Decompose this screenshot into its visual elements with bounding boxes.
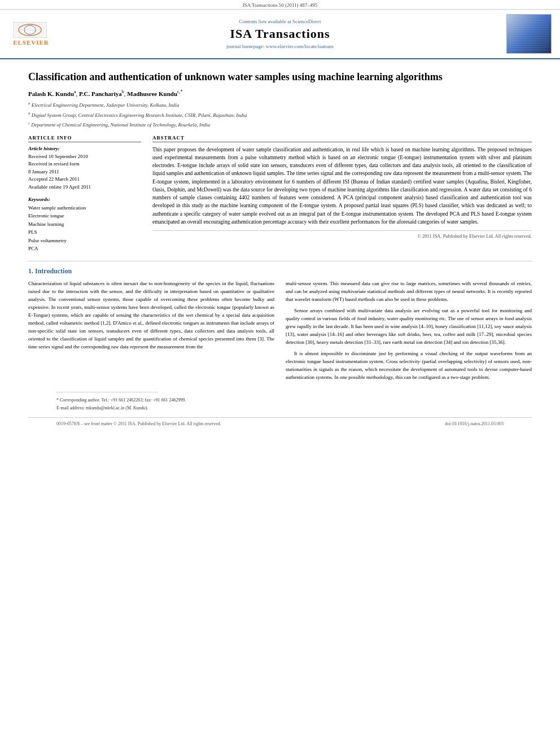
footnote-2: E-mail address: mkundu@nitrkl.ac.in (M. … [56,405,504,412]
journal-homepage-line: journal homepage: www.elsevier.com/locat… [226,43,334,49]
affiliations: a Electrical Engineering Department, Jad… [28,101,532,129]
intro-right-col: multi-sensor system. This measured data … [286,280,532,385]
journal-citation: ISA Transactions 50 (2011) 487–495 [243,2,318,8]
footnotes: * Corresponding author. Tel.: +91 661 24… [28,385,532,412]
author-2: P.C. Panchariya [79,90,122,97]
intro-right-p1: multi-sensor system. This measured data … [286,280,532,304]
journal-header: ELSEVIER Contents lists available at Sci… [0,10,560,59]
article-history-section: Article history: Received 10 September 2… [28,146,141,191]
affiliation-c: c Department of Chemical Engineering, Na… [28,120,532,129]
intro-left-col: Characterization of liquid substances is… [28,280,274,385]
footnote-divider [56,392,158,392]
intro-left-p1: Characterization of liquid substances is… [28,280,274,351]
intro-right-p2: Sensor arrays combined with multivariate… [286,307,532,347]
keyword-6: PCA [28,244,141,252]
authors-line: Palash K. Kundua, P.C. Panchariyab, Madh… [28,89,532,97]
author-1: Palash K. Kundu [28,90,74,97]
abstract-header: ABSTRACT [152,135,532,142]
keyword-list: Water sample authentication Electronic t… [28,204,141,252]
journal-title: ISA Transactions [230,27,330,41]
journal-header-left: ELSEVIER [6,14,56,54]
author-3: Madhusree Kundu [127,90,177,97]
journal-thumbnail [506,14,552,54]
abstract-col: ABSTRACT This paper proposes the develop… [152,135,532,253]
keyword-4: PLS [28,228,141,236]
keywords-label: Keywords: [28,196,141,202]
article-content: Classification and authentication of unk… [0,59,560,435]
introduction-section: 1. Introduction Characterization of liqu… [28,261,532,385]
affiliation-b: b Digital System Group, Central Electron… [28,111,532,120]
keyword-2: Electronic tongue [28,212,141,220]
introduction-body: Characterization of liquid substances is… [28,280,532,385]
history-received: Received 10 September 2010 [28,153,141,161]
journal-header-center: Contents lists available at ScienceDirec… [62,14,498,54]
history-revised-date: 8 January 2011 [28,168,141,176]
history-revised-label: Received in revised form [28,160,141,168]
article-info-abstract-section: ARTICLE INFO Article history: Received 1… [28,135,532,253]
journal-header-right [504,14,554,54]
history-online: Available online 19 April 2011 [28,184,141,191]
footer-doi: doi:10.1016/j.isatra.2011.03.003 [445,421,504,426]
journal-top-bar: ISA Transactions 50 (2011) 487–495 [0,0,560,10]
article-info-header: ARTICLE INFO [28,135,141,142]
keywords-section: Keywords: Water sample authentication El… [28,196,141,252]
intro-right-p3: It is almost impossible to discriminate … [286,350,532,382]
elsevier-logo: ELSEVIER [8,24,54,44]
footnote-1: * Corresponding author. Tel.: +91 661 24… [56,397,504,404]
affiliation-a: a Electrical Engineering Department, Jad… [28,101,532,110]
section-title: 1. Introduction [28,267,532,276]
page-wrapper: ISA Transactions 50 (2011) 487–495 ELSEV… [0,0,560,747]
keyword-3: Machine learning [28,220,141,228]
keyword-5: Pulse voltammetry [28,237,141,244]
article-title: Classification and authentication of unk… [28,71,532,84]
article-info-col: ARTICLE INFO Article history: Received 1… [28,135,141,253]
science-direct-line: Contents lists available at ScienceDirec… [239,19,321,24]
page-footer: 0019-0578/$ – see front matter © 2011 IS… [28,417,532,430]
abstract-text: This paper proposes the development of w… [152,146,532,226]
footer-copyright: 0019-0578/$ – see front matter © 2011 IS… [56,421,221,426]
article-history-label: Article history: [28,146,141,151]
keyword-1: Water sample authentication [28,204,141,212]
history-accepted: Accepted 22 March 2011 [28,176,141,184]
copyright-line: © 2011 ISA. Published by Elsevier Ltd. A… [152,230,532,239]
elsevier-brand-name: ELSEVIER [13,39,49,46]
